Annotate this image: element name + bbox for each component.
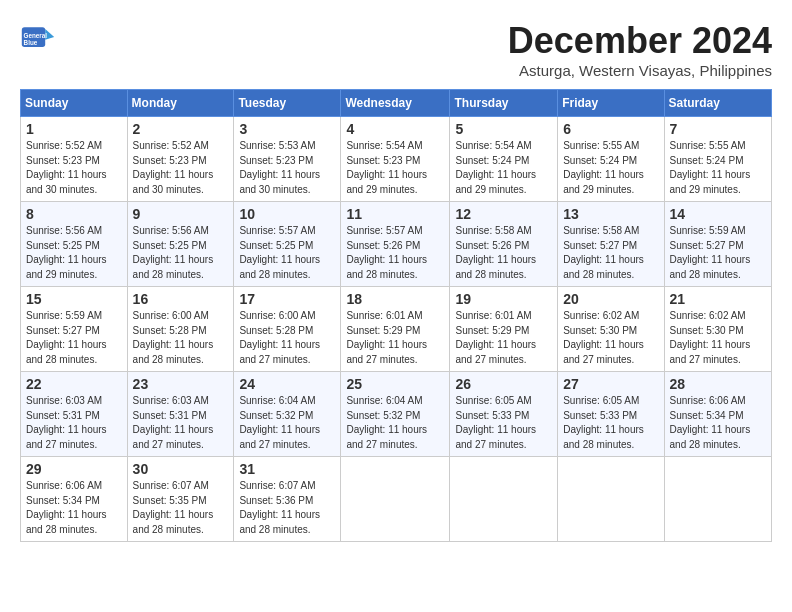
day-number: 10 xyxy=(239,206,335,222)
day-number: 31 xyxy=(239,461,335,477)
day-number: 4 xyxy=(346,121,444,137)
day-number: 21 xyxy=(670,291,766,307)
day-number: 18 xyxy=(346,291,444,307)
calendar-cell: 30Sunrise: 6:07 AMSunset: 5:35 PMDayligh… xyxy=(127,457,234,542)
calendar-cell: 17Sunrise: 6:00 AMSunset: 5:28 PMDayligh… xyxy=(234,287,341,372)
cell-content: Sunrise: 6:01 AMSunset: 5:29 PMDaylight:… xyxy=(346,309,444,367)
logo: General Blue xyxy=(20,20,56,56)
calendar-cell: 8Sunrise: 5:56 AMSunset: 5:25 PMDaylight… xyxy=(21,202,128,287)
day-number: 9 xyxy=(133,206,229,222)
day-number: 11 xyxy=(346,206,444,222)
calendar-cell: 31Sunrise: 6:07 AMSunset: 5:36 PMDayligh… xyxy=(234,457,341,542)
weekday-header: Friday xyxy=(558,90,664,117)
weekday-header: Tuesday xyxy=(234,90,341,117)
cell-content: Sunrise: 5:54 AMSunset: 5:24 PMDaylight:… xyxy=(455,139,552,197)
calendar-cell: 6Sunrise: 5:55 AMSunset: 5:24 PMDaylight… xyxy=(558,117,664,202)
weekday-header: Wednesday xyxy=(341,90,450,117)
month-title: December 2024 xyxy=(508,20,772,62)
week-row: 22Sunrise: 6:03 AMSunset: 5:31 PMDayligh… xyxy=(21,372,772,457)
title-area: December 2024 Asturga, Western Visayas, … xyxy=(508,20,772,79)
cell-content: Sunrise: 5:58 AMSunset: 5:26 PMDaylight:… xyxy=(455,224,552,282)
day-number: 27 xyxy=(563,376,658,392)
weekday-header: Sunday xyxy=(21,90,128,117)
cell-content: Sunrise: 6:06 AMSunset: 5:34 PMDaylight:… xyxy=(670,394,766,452)
cell-content: Sunrise: 6:02 AMSunset: 5:30 PMDaylight:… xyxy=(670,309,766,367)
day-number: 26 xyxy=(455,376,552,392)
week-row: 1Sunrise: 5:52 AMSunset: 5:23 PMDaylight… xyxy=(21,117,772,202)
day-number: 20 xyxy=(563,291,658,307)
logo-icon: General Blue xyxy=(20,20,56,56)
cell-content: Sunrise: 6:06 AMSunset: 5:34 PMDaylight:… xyxy=(26,479,122,537)
svg-text:General: General xyxy=(24,32,48,39)
calendar-table: SundayMondayTuesdayWednesdayThursdayFrid… xyxy=(20,89,772,542)
cell-content: Sunrise: 6:02 AMSunset: 5:30 PMDaylight:… xyxy=(563,309,658,367)
cell-content: Sunrise: 5:52 AMSunset: 5:23 PMDaylight:… xyxy=(26,139,122,197)
day-number: 30 xyxy=(133,461,229,477)
calendar-cell: 7Sunrise: 5:55 AMSunset: 5:24 PMDaylight… xyxy=(664,117,771,202)
cell-content: Sunrise: 6:05 AMSunset: 5:33 PMDaylight:… xyxy=(563,394,658,452)
calendar-cell: 23Sunrise: 6:03 AMSunset: 5:31 PMDayligh… xyxy=(127,372,234,457)
cell-content: Sunrise: 5:59 AMSunset: 5:27 PMDaylight:… xyxy=(26,309,122,367)
day-number: 23 xyxy=(133,376,229,392)
calendar-cell: 26Sunrise: 6:05 AMSunset: 5:33 PMDayligh… xyxy=(450,372,558,457)
cell-content: Sunrise: 5:57 AMSunset: 5:25 PMDaylight:… xyxy=(239,224,335,282)
cell-content: Sunrise: 6:07 AMSunset: 5:36 PMDaylight:… xyxy=(239,479,335,537)
calendar-cell xyxy=(558,457,664,542)
cell-content: Sunrise: 5:56 AMSunset: 5:25 PMDaylight:… xyxy=(133,224,229,282)
day-number: 16 xyxy=(133,291,229,307)
day-number: 14 xyxy=(670,206,766,222)
week-row: 29Sunrise: 6:06 AMSunset: 5:34 PMDayligh… xyxy=(21,457,772,542)
cell-content: Sunrise: 5:53 AMSunset: 5:23 PMDaylight:… xyxy=(239,139,335,197)
day-number: 3 xyxy=(239,121,335,137)
calendar-cell xyxy=(450,457,558,542)
cell-content: Sunrise: 5:54 AMSunset: 5:23 PMDaylight:… xyxy=(346,139,444,197)
week-row: 15Sunrise: 5:59 AMSunset: 5:27 PMDayligh… xyxy=(21,287,772,372)
day-number: 25 xyxy=(346,376,444,392)
calendar-cell xyxy=(664,457,771,542)
cell-content: Sunrise: 6:00 AMSunset: 5:28 PMDaylight:… xyxy=(239,309,335,367)
cell-content: Sunrise: 5:59 AMSunset: 5:27 PMDaylight:… xyxy=(670,224,766,282)
calendar-cell: 10Sunrise: 5:57 AMSunset: 5:25 PMDayligh… xyxy=(234,202,341,287)
calendar-cell: 2Sunrise: 5:52 AMSunset: 5:23 PMDaylight… xyxy=(127,117,234,202)
day-number: 19 xyxy=(455,291,552,307)
calendar-cell: 5Sunrise: 5:54 AMSunset: 5:24 PMDaylight… xyxy=(450,117,558,202)
calendar-cell: 19Sunrise: 6:01 AMSunset: 5:29 PMDayligh… xyxy=(450,287,558,372)
week-row: 8Sunrise: 5:56 AMSunset: 5:25 PMDaylight… xyxy=(21,202,772,287)
cell-content: Sunrise: 6:05 AMSunset: 5:33 PMDaylight:… xyxy=(455,394,552,452)
calendar-cell: 21Sunrise: 6:02 AMSunset: 5:30 PMDayligh… xyxy=(664,287,771,372)
cell-content: Sunrise: 6:07 AMSunset: 5:35 PMDaylight:… xyxy=(133,479,229,537)
day-number: 7 xyxy=(670,121,766,137)
day-number: 22 xyxy=(26,376,122,392)
day-number: 29 xyxy=(26,461,122,477)
cell-content: Sunrise: 5:58 AMSunset: 5:27 PMDaylight:… xyxy=(563,224,658,282)
calendar-cell: 18Sunrise: 6:01 AMSunset: 5:29 PMDayligh… xyxy=(341,287,450,372)
day-number: 2 xyxy=(133,121,229,137)
calendar-cell: 20Sunrise: 6:02 AMSunset: 5:30 PMDayligh… xyxy=(558,287,664,372)
cell-content: Sunrise: 5:56 AMSunset: 5:25 PMDaylight:… xyxy=(26,224,122,282)
calendar-cell: 11Sunrise: 5:57 AMSunset: 5:26 PMDayligh… xyxy=(341,202,450,287)
calendar-cell: 4Sunrise: 5:54 AMSunset: 5:23 PMDaylight… xyxy=(341,117,450,202)
weekday-header: Monday xyxy=(127,90,234,117)
calendar-cell: 24Sunrise: 6:04 AMSunset: 5:32 PMDayligh… xyxy=(234,372,341,457)
cell-content: Sunrise: 6:03 AMSunset: 5:31 PMDaylight:… xyxy=(26,394,122,452)
cell-content: Sunrise: 5:55 AMSunset: 5:24 PMDaylight:… xyxy=(563,139,658,197)
day-number: 8 xyxy=(26,206,122,222)
header: General Blue December 2024 Asturga, West… xyxy=(20,20,772,79)
svg-text:Blue: Blue xyxy=(24,39,38,46)
weekday-header-row: SundayMondayTuesdayWednesdayThursdayFrid… xyxy=(21,90,772,117)
calendar-cell: 12Sunrise: 5:58 AMSunset: 5:26 PMDayligh… xyxy=(450,202,558,287)
calendar-cell: 22Sunrise: 6:03 AMSunset: 5:31 PMDayligh… xyxy=(21,372,128,457)
day-number: 6 xyxy=(563,121,658,137)
day-number: 15 xyxy=(26,291,122,307)
weekday-header: Saturday xyxy=(664,90,771,117)
day-number: 17 xyxy=(239,291,335,307)
day-number: 5 xyxy=(455,121,552,137)
cell-content: Sunrise: 5:55 AMSunset: 5:24 PMDaylight:… xyxy=(670,139,766,197)
cell-content: Sunrise: 5:52 AMSunset: 5:23 PMDaylight:… xyxy=(133,139,229,197)
day-number: 1 xyxy=(26,121,122,137)
calendar-cell: 29Sunrise: 6:06 AMSunset: 5:34 PMDayligh… xyxy=(21,457,128,542)
cell-content: Sunrise: 6:04 AMSunset: 5:32 PMDaylight:… xyxy=(346,394,444,452)
calendar-cell: 27Sunrise: 6:05 AMSunset: 5:33 PMDayligh… xyxy=(558,372,664,457)
cell-content: Sunrise: 6:04 AMSunset: 5:32 PMDaylight:… xyxy=(239,394,335,452)
weekday-header: Thursday xyxy=(450,90,558,117)
